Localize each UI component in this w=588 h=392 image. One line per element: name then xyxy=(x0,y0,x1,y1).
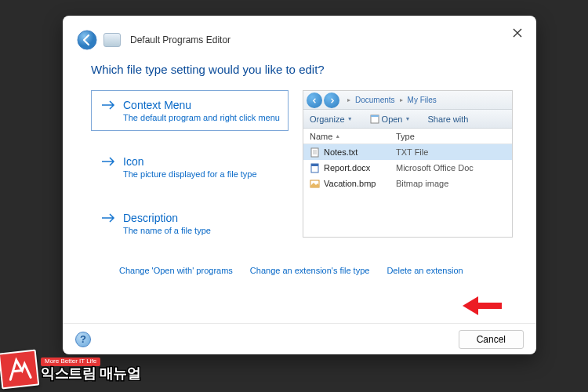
option-desc: The picture displayed for a file type xyxy=(123,169,280,179)
file-name: Vacation.bmp xyxy=(324,179,376,188)
dialog-content: Which file type setting would you like t… xyxy=(63,60,536,315)
svg-point-0 xyxy=(78,31,96,49)
nav-back-icon xyxy=(307,93,322,108)
file-type: TXT File xyxy=(390,147,512,157)
option-description[interactable]: Description The name of a file type xyxy=(91,203,289,244)
back-arrow-icon xyxy=(77,30,97,50)
close-icon xyxy=(513,28,522,38)
file-name: Report.docx xyxy=(324,163,370,172)
toolbar-share: Share with xyxy=(427,114,468,124)
help-button[interactable]: ? xyxy=(75,332,91,347)
link-change-extension-filetype[interactable]: Change an extension's file type xyxy=(250,266,370,275)
text-file-icon xyxy=(310,147,320,158)
app-title: Default Programs Editor xyxy=(130,34,230,45)
preview-column-headers: Name▲ Type xyxy=(303,129,512,144)
option-context-menu[interactable]: Context Menu The default program and rig… xyxy=(91,90,289,131)
option-title: Description xyxy=(123,212,178,224)
explorer-preview: ▸ Documents ▸ My Files Organize▼ Open▼ S… xyxy=(303,90,513,238)
svg-rect-2 xyxy=(371,115,379,117)
watermark: More Better IT Life 익스트림 매뉴얼 xyxy=(0,351,140,387)
option-title: Context Menu xyxy=(123,99,191,111)
breadcrumb-item: My Files xyxy=(408,96,437,104)
watermark-logo-icon xyxy=(0,350,39,390)
option-icon[interactable]: Icon The picture displayed for a file ty… xyxy=(91,147,289,187)
file-type: Microsoft Office Doc xyxy=(390,163,512,172)
image-file-icon xyxy=(310,179,320,189)
back-button[interactable] xyxy=(77,30,97,50)
bottom-links: Change 'Open with' programs Change an ex… xyxy=(91,260,513,275)
svg-rect-3 xyxy=(311,148,318,157)
file-row: Vacation.bmp Bitmap image xyxy=(303,176,512,191)
file-row: Notes.txt TXT File xyxy=(303,144,512,160)
app-icon xyxy=(103,33,121,47)
option-title: Icon xyxy=(123,155,143,168)
toolbar-organize: Organize▼ xyxy=(310,114,353,124)
svg-rect-5 xyxy=(311,164,318,166)
file-name: Notes.txt xyxy=(324,147,358,157)
toolbar-open: Open▼ xyxy=(370,114,411,124)
nav-forward-icon xyxy=(324,93,339,108)
options-list: Context Menu The default program and rig… xyxy=(91,90,289,260)
arrow-right-icon xyxy=(101,156,115,167)
cancel-button[interactable]: Cancel xyxy=(459,330,524,349)
breadcrumb-item: Documents xyxy=(355,96,395,104)
preview-toolbar: Organize▼ Open▼ Share with xyxy=(303,110,512,129)
file-row: Report.docx Microsoft Office Doc xyxy=(303,160,512,176)
option-desc: The default program and right click menu xyxy=(123,113,280,122)
link-change-openwith[interactable]: Change 'Open with' programs xyxy=(119,266,233,275)
col-name: Name xyxy=(310,132,332,141)
arrow-right-icon xyxy=(101,100,115,111)
notepad-icon xyxy=(370,114,379,124)
watermark-title: 익스트림 매뉴얼 xyxy=(41,366,140,381)
link-delete-extension[interactable]: Delete an extension xyxy=(387,266,463,275)
col-type: Type xyxy=(390,129,512,143)
option-desc: The name of a file type xyxy=(123,226,280,235)
dialog-header: Default Programs Editor xyxy=(63,16,536,60)
question-heading: Which file type setting would you like t… xyxy=(91,63,513,76)
close-button[interactable] xyxy=(510,25,525,41)
preview-nav-buttons xyxy=(307,93,339,108)
word-file-icon xyxy=(310,163,320,173)
arrow-right-icon xyxy=(101,212,115,223)
dialog-footer: ? Cancel xyxy=(63,323,536,354)
dialog-window: Default Programs Editor Which file type … xyxy=(63,16,536,354)
file-type: Bitmap image xyxy=(390,179,512,188)
preview-address-bar: ▸ Documents ▸ My Files xyxy=(303,91,512,110)
